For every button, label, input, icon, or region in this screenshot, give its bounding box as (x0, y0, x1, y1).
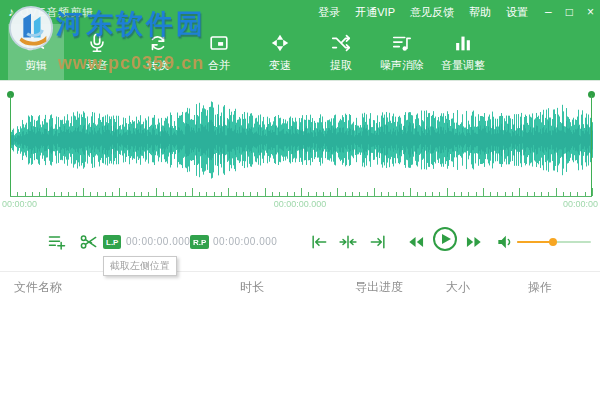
right-point-badge[interactable]: R.P (190, 235, 209, 249)
left-point-time[interactable]: 00:00:00.000 (126, 236, 190, 247)
maximize-button[interactable]: □ (566, 6, 573, 18)
file-table-header: 文件名称时长导出进度大小操作 (0, 272, 600, 300)
tab-denoise[interactable]: 噪声消除 (374, 24, 430, 80)
volume-bars-icon (451, 31, 475, 55)
volume-handle[interactable] (549, 238, 557, 246)
left-trim-marker[interactable] (6, 91, 15, 197)
menu-item-feedback[interactable]: 意见反馈 (410, 5, 454, 20)
tab-speed[interactable]: 变速 (252, 24, 308, 80)
ruler-baseline (10, 196, 592, 197)
tab-label: 音量调整 (441, 58, 485, 73)
right-trim-marker[interactable] (587, 91, 596, 197)
tab-volume[interactable]: 音量调整 (435, 24, 491, 80)
tab-label: 噪声消除 (380, 58, 424, 73)
cut-button[interactable] (76, 229, 102, 255)
menu-item-login[interactable]: 登录 (318, 5, 340, 20)
tab-label: 提取 (330, 58, 352, 73)
add-to-list-button[interactable] (44, 229, 70, 255)
timeline-center-label: 00:00:00.000 (274, 199, 327, 209)
timeline-start-label: 00:00:00 (2, 199, 37, 209)
left-marker-line (10, 95, 11, 196)
convert-icon (146, 31, 170, 55)
speaker-button[interactable] (492, 229, 518, 255)
tab-label: 剪辑 (25, 58, 47, 73)
microphone-icon (85, 31, 109, 55)
play-icon (440, 233, 452, 245)
skip-to-start-button[interactable] (306, 229, 332, 255)
shuffle-icon (329, 31, 353, 55)
speed-icon (268, 31, 292, 55)
tab-label: 转换 (147, 58, 169, 73)
menu-item-vip[interactable]: 开通VIP (355, 5, 395, 20)
tab-label: 合并 (208, 58, 230, 73)
playback-controls: L.P 00:00:00.000 R.P 00:00:00.000 (0, 222, 600, 271)
left-point-badge[interactable]: L.P (103, 235, 121, 249)
rewind-button[interactable] (403, 229, 429, 255)
right-marker-line (591, 95, 592, 196)
right-point-time[interactable]: 00:00:00.000 (213, 236, 277, 247)
tab-merge[interactable]: 合并 (191, 24, 247, 80)
window-title: QVE音频剪辑 (20, 5, 94, 20)
timeline-end-label: 00:00:00 (563, 199, 598, 209)
tab-extract[interactable]: 提取 (313, 24, 369, 80)
titlebar: ♪ QVE音频剪辑 登录开通VIP意见反馈帮助设置 – □ × (0, 0, 600, 24)
fast-forward-button[interactable] (461, 229, 487, 255)
column-header-duration: 时长 (240, 279, 264, 296)
app-logo-note-icon: ♪ (8, 5, 14, 19)
menu-item-help[interactable]: 帮助 (469, 5, 491, 20)
merge-icon (207, 31, 231, 55)
tab-clip[interactable]: 剪辑 (8, 24, 64, 80)
column-header-size: 大小 (446, 279, 470, 296)
close-button[interactable]: × (587, 6, 594, 18)
column-header-actions: 操作 (528, 279, 552, 296)
volume-fill (517, 241, 553, 243)
app-window: ♪ QVE音频剪辑 登录开通VIP意见反馈帮助设置 – □ × 剪辑录音转换合并… (0, 0, 600, 406)
tab-label: 录音 (86, 58, 108, 73)
tab-convert[interactable]: 转换 (130, 24, 186, 80)
skip-to-cursor-button[interactable] (335, 229, 361, 255)
tooltip: 截取左侧位置 (103, 256, 177, 276)
main-toolbar: 剪辑录音转换合并变速提取噪声消除音量调整 (0, 24, 600, 81)
waveform-area: 00:00:00 00:00:00.000 00:00:00 (0, 82, 600, 222)
tab-label: 变速 (269, 58, 291, 73)
volume-slider[interactable] (517, 241, 591, 243)
scissors-icon (24, 31, 48, 55)
minimize-button[interactable]: – (545, 6, 552, 18)
window-buttons: – □ × (545, 0, 594, 24)
titlebar-menu: 登录开通VIP意见反馈帮助设置 (318, 0, 528, 24)
denoise-icon (390, 31, 414, 55)
file-table-body (0, 300, 600, 406)
menu-item-settings[interactable]: 设置 (506, 5, 528, 20)
play-button[interactable] (433, 227, 457, 251)
timeline-ruler (0, 82, 600, 197)
column-header-filename: 文件名称 (14, 279, 62, 296)
column-header-export-progress: 导出进度 (355, 279, 403, 296)
skip-to-end-button[interactable] (365, 229, 391, 255)
tab-record[interactable]: 录音 (69, 24, 125, 80)
